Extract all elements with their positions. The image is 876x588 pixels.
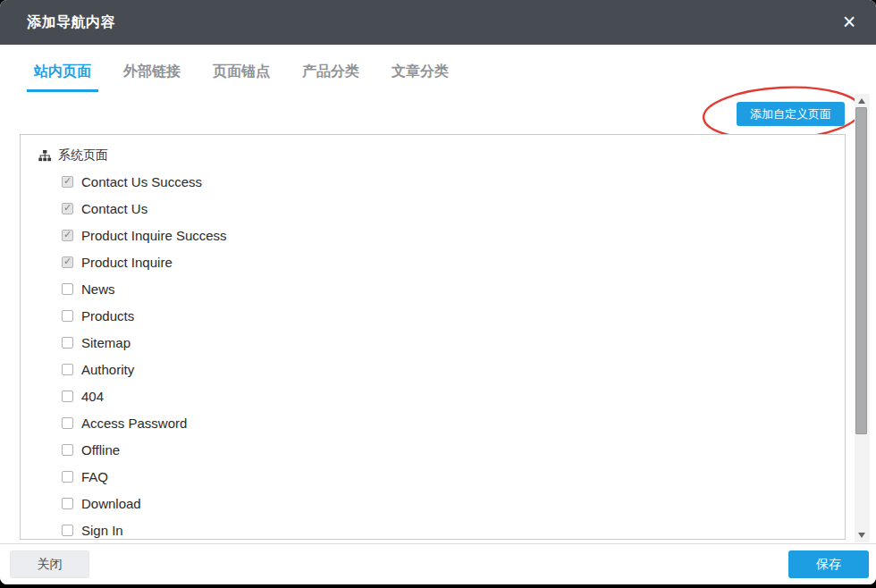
tab[interactable]: 页面锚点 <box>206 63 277 92</box>
list-item[interactable]: 404 <box>21 382 845 409</box>
vertical-scrollbar[interactable] <box>855 94 870 542</box>
system-pages-panel: 系统页面 Contact Us Success Contact Us Produ… <box>20 134 846 540</box>
list-item[interactable]: Sitemap <box>21 329 845 356</box>
checkbox[interactable] <box>62 230 73 241</box>
dialog-title: 添加导航内容 <box>27 13 115 32</box>
tab-label: 站内页面 <box>34 63 91 79</box>
item-label: Sign In <box>81 523 123 538</box>
page-checklist: Contact Us Success Contact Us Product In… <box>21 168 845 540</box>
tab-label: 外部链接 <box>123 63 181 79</box>
close-button[interactable]: 关闭 <box>10 550 89 578</box>
tab-label: 页面锚点 <box>213 63 270 79</box>
tab[interactable]: 站内页面 <box>27 63 98 92</box>
checkbox[interactable] <box>62 310 73 322</box>
list-item[interactable]: News <box>21 275 845 302</box>
list-item[interactable]: FAQ <box>21 463 845 490</box>
list-item[interactable]: Sign In <box>21 517 845 540</box>
item-label: Offline <box>81 442 120 458</box>
tab[interactable]: 产品分类 <box>295 63 366 92</box>
checkbox[interactable] <box>62 337 73 349</box>
list-item[interactable]: Authority <box>21 356 845 382</box>
system-pages-group: 系统页面 <box>38 145 845 166</box>
item-label: Contact Us <box>81 201 147 216</box>
list-item[interactable]: Offline <box>21 436 845 463</box>
item-label: Product Inquire Success <box>81 228 227 243</box>
checkbox[interactable] <box>62 444 73 456</box>
tab-label: 文章分类 <box>392 63 449 79</box>
item-label: Authority <box>81 362 134 377</box>
checkbox[interactable] <box>62 391 73 402</box>
checkbox[interactable] <box>62 364 73 375</box>
item-label: Product Inquire <box>81 255 173 270</box>
checkbox[interactable] <box>62 176 73 188</box>
list-item[interactable]: Product Inquire <box>21 248 845 275</box>
dialog-tabs: 站内页面 外部链接 页面锚点 产品分类 文章分类 <box>27 63 474 92</box>
scroll-down-icon[interactable] <box>855 529 870 542</box>
list-item[interactable]: Product Inquire Success <box>21 222 845 248</box>
close-icon[interactable]: × <box>837 10 862 35</box>
checkbox[interactable] <box>62 417 73 429</box>
add-navigation-content-dialog: 添加导航内容 × 站内页面 外部链接 页面锚点 产品分类 文章分类 添加自定义页… <box>0 0 876 584</box>
item-label: Access Password <box>81 416 187 431</box>
scrollbar-thumb[interactable] <box>855 107 867 434</box>
item-label: Products <box>81 308 134 323</box>
list-item[interactable]: Products <box>21 302 845 329</box>
item-label: Download <box>81 496 141 511</box>
item-label: Sitemap <box>81 335 131 350</box>
item-label: Contact Us Success <box>81 174 202 189</box>
item-label: FAQ <box>81 469 108 484</box>
add-custom-page-button[interactable]: 添加自定义页面 <box>737 102 845 126</box>
checkbox[interactable] <box>62 525 73 536</box>
sitemap-icon <box>38 150 51 162</box>
checkbox[interactable] <box>62 283 73 295</box>
list-item[interactable]: Access Password <box>21 409 845 436</box>
save-button[interactable]: 保存 <box>788 550 869 578</box>
dialog-footer: 关闭 保存 <box>0 543 876 584</box>
list-item[interactable]: Contact Us Success <box>21 168 845 195</box>
scroll-up-icon[interactable] <box>855 94 870 107</box>
item-label: 404 <box>81 389 104 404</box>
dialog-header: 添加导航内容 × <box>0 0 876 45</box>
checkbox[interactable] <box>62 203 73 214</box>
list-item[interactable]: Contact Us <box>21 195 845 222</box>
tab[interactable]: 文章分类 <box>384 63 456 92</box>
group-label: 系统页面 <box>58 147 108 164</box>
checkbox[interactable] <box>62 498 73 509</box>
checkbox[interactable] <box>62 256 73 268</box>
item-label: News <box>81 281 115 297</box>
list-item[interactable]: Download <box>21 490 845 517</box>
checkbox[interactable] <box>62 471 73 483</box>
tab-label: 产品分类 <box>302 63 359 79</box>
tab[interactable]: 外部链接 <box>116 63 188 92</box>
